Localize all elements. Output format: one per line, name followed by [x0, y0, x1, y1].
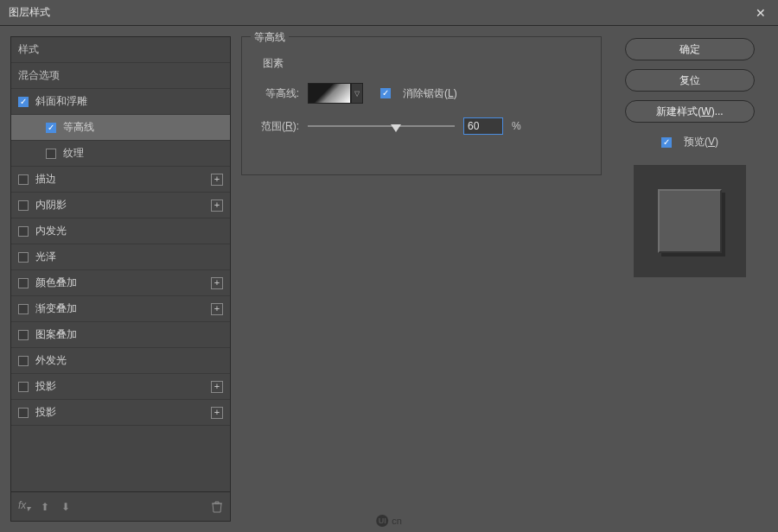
style-label: 等高线 — [63, 120, 223, 135]
styles-list: 样式 混合选项 斜面和浮雕等高线纹理描边+内阴影+内发光光泽颜色叠加+渐变叠加+… — [11, 37, 230, 491]
style-label: 纹理 — [63, 146, 223, 161]
watermark-text: cn — [392, 516, 402, 526]
style-checkbox[interactable] — [18, 408, 29, 418]
label: 样式 — [18, 42, 223, 57]
style-row[interactable]: 光泽 — [11, 244, 230, 270]
style-checkbox[interactable] — [18, 382, 29, 392]
style-checkbox[interactable] — [18, 356, 29, 366]
style-label: 光泽 — [35, 250, 223, 264]
style-label: 渐变叠加 — [35, 301, 223, 316]
style-checkbox[interactable] — [18, 200, 29, 211]
style-label: 内阴影 — [35, 198, 223, 212]
style-row[interactable]: 纹理 — [11, 141, 230, 167]
style-row[interactable]: 内发光 — [11, 218, 230, 244]
style-checkbox[interactable] — [18, 252, 29, 263]
contour-dropdown[interactable]: ▽ — [351, 83, 363, 104]
range-input[interactable] — [463, 117, 503, 135]
style-row[interactable]: 外发光 — [11, 348, 230, 374]
style-checkbox[interactable] — [46, 123, 56, 133]
style-row[interactable]: 渐变叠加+ — [11, 296, 230, 322]
style-row[interactable]: 图案叠加 — [11, 322, 230, 348]
style-row[interactable]: 颜色叠加+ — [11, 270, 230, 296]
dialog-content: 样式 混合选项 斜面和浮雕等高线纹理描边+内阴影+内发光光泽颜色叠加+渐变叠加+… — [0, 26, 778, 532]
contour-row: 等高线: ▽ 消除锯齿(L) — [256, 83, 587, 104]
contour-label: 等高线: — [256, 86, 299, 101]
preview-checkbox-wrap[interactable]: 预览(V) — [661, 135, 718, 149]
style-checkbox[interactable] — [18, 304, 29, 314]
new-style-button[interactable]: 新建样式(W)... — [625, 100, 755, 123]
ok-button[interactable]: 确定 — [625, 38, 755, 60]
range-label: 范围(R): — [256, 119, 299, 134]
style-label: 图案叠加 — [35, 327, 223, 342]
style-label: 颜色叠加 — [35, 276, 223, 290]
preview-checkbox[interactable] — [661, 137, 672, 148]
settings-panel: 等高线 图素 等高线: ▽ 消除锯齿(L) 范围(R): — [241, 36, 602, 522]
close-icon[interactable]: ✕ — [752, 4, 769, 22]
contour-group: 等高线 图素 等高线: ▽ 消除锯齿(L) 范围(R): — [241, 36, 602, 175]
add-effect-icon[interactable]: + — [211, 200, 223, 212]
style-checkbox[interactable] — [18, 330, 29, 340]
contour-picker[interactable] — [308, 83, 351, 104]
label: 混合选项 — [18, 68, 223, 83]
style-checkbox[interactable] — [18, 97, 29, 107]
style-checkbox[interactable] — [18, 226, 29, 237]
style-row[interactable]: 等高线 — [11, 115, 230, 141]
style-checkbox[interactable] — [18, 174, 29, 185]
style-label: 内发光 — [35, 224, 223, 238]
watermark: UI cn — [376, 515, 402, 527]
antialias-checkbox-wrap[interactable]: 消除锯齿(L) — [380, 86, 457, 101]
sidebar-header-blend[interactable]: 混合选项 — [11, 63, 230, 89]
window-title: 图层样式 — [9, 5, 50, 20]
down-arrow-icon[interactable]: ⬇ — [60, 501, 72, 513]
antialias-label: 消除锯齿(L) — [403, 86, 457, 101]
style-row[interactable]: 描边+ — [11, 167, 230, 193]
style-label: 投影 — [35, 405, 223, 420]
add-effect-icon[interactable]: + — [211, 303, 223, 315]
titlebar: 图层样式 ✕ — [0, 0, 778, 26]
styles-sidebar: 样式 混合选项 斜面和浮雕等高线纹理描边+内阴影+内发光光泽颜色叠加+渐变叠加+… — [10, 36, 231, 522]
style-checkbox[interactable] — [46, 149, 56, 159]
style-row[interactable]: 斜面和浮雕 — [11, 89, 230, 115]
sidebar-header-styles[interactable]: 样式 — [11, 37, 230, 63]
sidebar-footer: fx▾ ⬆ ⬇ — [11, 491, 230, 521]
style-label: 外发光 — [35, 353, 223, 368]
preview-thumbnail — [634, 165, 746, 277]
trash-icon[interactable] — [211, 501, 223, 513]
add-effect-icon[interactable]: + — [211, 407, 223, 419]
style-label: 描边 — [35, 172, 223, 187]
subgroup-title: 图素 — [256, 56, 587, 71]
antialias-checkbox[interactable] — [380, 88, 391, 98]
up-arrow-icon[interactable]: ⬆ — [39, 501, 51, 513]
range-unit: % — [512, 120, 521, 132]
fx-icon[interactable]: fx▾ — [18, 499, 30, 513]
action-panel: 确定 复位 新建样式(W)... 预览(V) — [612, 36, 768, 522]
style-row[interactable]: 内阴影+ — [11, 193, 230, 218]
add-effect-icon[interactable]: + — [211, 381, 223, 393]
style-label: 斜面和浮雕 — [35, 94, 223, 109]
style-checkbox[interactable] — [18, 278, 29, 288]
add-effect-icon[interactable]: + — [211, 277, 223, 289]
style-label: 投影 — [35, 379, 223, 394]
range-row: 范围(R): % — [256, 117, 587, 135]
group-title: 等高线 — [251, 30, 289, 45]
style-row[interactable]: 投影+ — [11, 374, 230, 400]
preview-label: 预览(V) — [684, 135, 718, 149]
preview-swatch — [658, 189, 722, 253]
watermark-badge: UI — [376, 515, 388, 527]
add-effect-icon[interactable]: + — [211, 174, 223, 186]
style-row[interactable]: 投影+ — [11, 400, 230, 426]
range-slider[interactable] — [308, 118, 455, 134]
reset-button[interactable]: 复位 — [625, 69, 755, 92]
